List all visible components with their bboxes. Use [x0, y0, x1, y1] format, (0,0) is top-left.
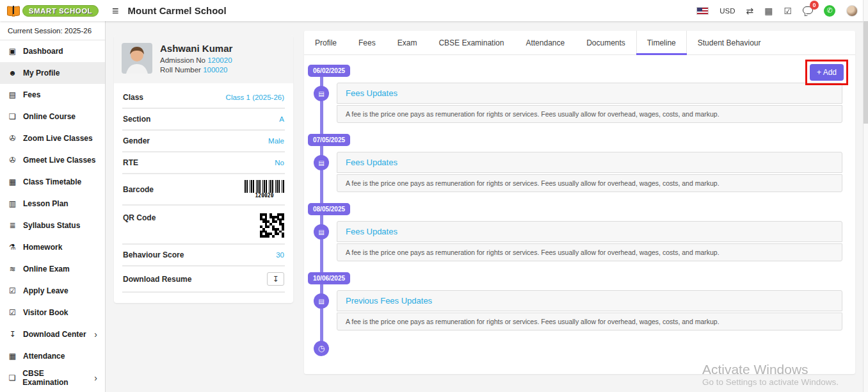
- currency-exchange-icon[interactable]: ⇄: [746, 6, 753, 15]
- sidebar-item-download-center[interactable]: ↧ Download Center ›: [0, 323, 105, 345]
- profile-detail-row: Download Resume ↧: [122, 266, 285, 293]
- whatsapp-icon[interactable]: ✆: [824, 5, 835, 17]
- tab-cbse-examination[interactable]: CBSE Examination: [428, 31, 515, 54]
- sidebar-item-label: Visitor Book: [23, 308, 68, 317]
- sidebar-item-label: Fees: [23, 90, 40, 99]
- sidebar-item-my-profile[interactable]: ☻ My Profile ›: [0, 62, 105, 84]
- sidebar-item-gmeet-live-classes[interactable]: ✇ Gmeet Live Classes ›: [0, 149, 105, 171]
- tab-attendance[interactable]: Attendance: [515, 31, 575, 54]
- download-icon: ↧: [8, 330, 17, 339]
- timeline-entry-title[interactable]: Fees Updates: [337, 221, 842, 242]
- sidebar-item-class-timetable[interactable]: ▦ Class Timetable ›: [0, 171, 105, 193]
- tab-student-behaviour[interactable]: Student Behaviour: [687, 31, 772, 54]
- profile-detail-label: Behaviour Score: [123, 250, 184, 259]
- sidebar-item-label: Homework: [23, 243, 62, 252]
- profile-detail-value: Class 1 (2025-26): [226, 94, 284, 101]
- sidebar-item-fees[interactable]: ▤ Fees ›: [0, 84, 105, 106]
- sidebar-item-online-exam[interactable]: ≋ Online Exam ›: [0, 258, 105, 280]
- add-timeline-button[interactable]: + Add: [810, 64, 844, 81]
- exam-file-icon: ❏: [8, 373, 17, 382]
- tab-label: Exam: [398, 38, 417, 47]
- timeline-end-clock-icon: ◷: [314, 341, 329, 356]
- profile-detail-label: Barcode: [123, 185, 154, 194]
- sidebar-item-online-course[interactable]: ❏ Online Course ›: [0, 106, 105, 127]
- admission-no: Admission No 120020: [160, 56, 232, 64]
- chevron-right-icon: ›: [94, 373, 97, 383]
- profile-detail-value: Male: [268, 137, 284, 145]
- calendar-check-icon: ▦: [8, 352, 17, 361]
- page-scrollbar[interactable]: [863, 0, 868, 392]
- newspaper-icon: ▥: [8, 199, 17, 208]
- list-icon: ≣: [8, 221, 17, 230]
- tab-timeline[interactable]: Timeline: [636, 31, 687, 54]
- timeline-entry-title[interactable]: Fees Updates: [337, 83, 842, 104]
- timeline-dot-icon: ▤: [314, 86, 329, 101]
- profile-detail-row: RTE No No ↧: [122, 152, 285, 174]
- timeline-entry: 07/05/2025 ▤ Fees Updates A fee is the p…: [304, 133, 849, 192]
- sidebar-item-apply-leave[interactable]: ☑ Apply Leave ›: [0, 280, 105, 302]
- timeline: 06/02/2025 ▤ Fees Updates A fee is the p…: [304, 64, 849, 359]
- tab-fees[interactable]: Fees: [348, 31, 387, 54]
- sidebar-item-examinations[interactable]: ▦ Examinations ›: [0, 389, 105, 392]
- current-session-label: Current Session: 2025-26: [0, 21, 105, 40]
- sidebar-item-homework[interactable]: ⚗ Homework ›: [0, 236, 105, 258]
- timeline-entry-description: A fee is the price one pays as remunerat…: [337, 105, 842, 123]
- sidebar-item-label: Dashboard: [23, 47, 63, 56]
- sidebar-item-dashboard[interactable]: ▣ Dashboard ›: [0, 40, 105, 62]
- sidebar-item-zoom-live-classes[interactable]: ✇ Zoom Live Classes ›: [0, 127, 105, 149]
- app-header: SMART SCHOOL ≡ Mount Carmel School USD ⇄…: [0, 0, 868, 21]
- check-square-icon: ☑: [8, 308, 17, 317]
- flask-icon: ⚗: [8, 243, 17, 252]
- download-resume-button[interactable]: ↧: [267, 272, 284, 286]
- profile-detail-label: RTE: [123, 158, 138, 167]
- tab-profile[interactable]: Profile: [304, 31, 348, 54]
- sidebar-item-syllabus-status[interactable]: ≣ Syllabus Status ›: [0, 215, 105, 236]
- page-title: Mount Carmel School: [128, 5, 227, 16]
- tab-exam[interactable]: Exam: [387, 31, 428, 54]
- task-icon[interactable]: ☑: [784, 6, 792, 15]
- calendar-icon[interactable]: ▦: [764, 6, 773, 15]
- tab-label: Timeline: [647, 38, 676, 47]
- timeline-date-badge: 08/05/2025: [308, 203, 350, 215]
- sidebar-item-label: Syllabus Status: [23, 221, 80, 230]
- tab-label: Fees: [358, 38, 376, 47]
- monitor-icon: ▣: [8, 47, 17, 56]
- app-logo[interactable]: SMART SCHOOL: [0, 0, 106, 21]
- notification-badge: 0: [810, 1, 819, 10]
- sidebar-item-label: Download Center: [23, 330, 86, 339]
- timeline-entry-title[interactable]: Fees Updates: [337, 152, 842, 173]
- timeline-entry-description: A fee is the price one pays as remunerat…: [337, 243, 842, 261]
- currency-selector[interactable]: USD: [719, 7, 735, 15]
- profile-detail-row: Class Class 1 (2025-26) Class 1 (2025-26…: [122, 87, 285, 109]
- timeline-entry-description: A fee is the price one pays as remunerat…: [337, 313, 842, 331]
- profile-detail-label: Section: [123, 115, 150, 124]
- chat-icon[interactable]: 0: [803, 5, 813, 17]
- sidebar-item-label: Class Timetable: [23, 177, 81, 186]
- barcode-image: 120020: [245, 180, 284, 199]
- main-content: Ashwani Kumar Admission No 120020 Roll N…: [106, 21, 868, 392]
- timeline-dot-icon: ▤: [314, 293, 329, 309]
- sidebar-item-visitor-book[interactable]: ☑ Visitor Book ›: [0, 302, 105, 323]
- profile-detail-label: Class: [123, 93, 143, 102]
- timeline-date-badge: 10/06/2025: [308, 272, 350, 284]
- profile-detail-row: Gender Male Male ↧: [122, 131, 285, 152]
- student-name: Ashwani Kumar: [160, 43, 232, 54]
- scrollbar-thumb[interactable]: [864, 21, 868, 124]
- timeline-entry: 08/05/2025 ▤ Fees Updates A fee is the p…: [304, 202, 849, 261]
- sidebar-item-label: Gmeet Live Classes: [23, 156, 95, 165]
- sidebar-item-attendance[interactable]: ▦ Attendance ›: [0, 345, 105, 367]
- sidebar: Current Session: 2025-26 ▣ Dashboard › ☻…: [0, 21, 106, 392]
- tab-documents[interactable]: Documents: [575, 31, 636, 54]
- user-avatar[interactable]: [846, 5, 858, 17]
- timeline-entry: 06/02/2025 ▤ Fees Updates A fee is the p…: [304, 64, 849, 123]
- sidebar-item-lesson-plan[interactable]: ▥ Lesson Plan ›: [0, 193, 105, 215]
- menu-toggle-icon[interactable]: ≡: [112, 5, 119, 17]
- language-flag-icon[interactable]: [696, 7, 709, 15]
- profile-detail-label: QR Code: [123, 213, 156, 222]
- timeline-entry-title[interactable]: Previous Fees Updates: [337, 290, 842, 311]
- sidebar-item-cbse-examination[interactable]: ❏ CBSE Examination ›: [0, 367, 105, 389]
- money-icon: ▤: [8, 90, 17, 99]
- tab-label: Student Behaviour: [698, 38, 761, 47]
- tab-label: Profile: [315, 38, 337, 47]
- qr-code-image: [260, 213, 284, 238]
